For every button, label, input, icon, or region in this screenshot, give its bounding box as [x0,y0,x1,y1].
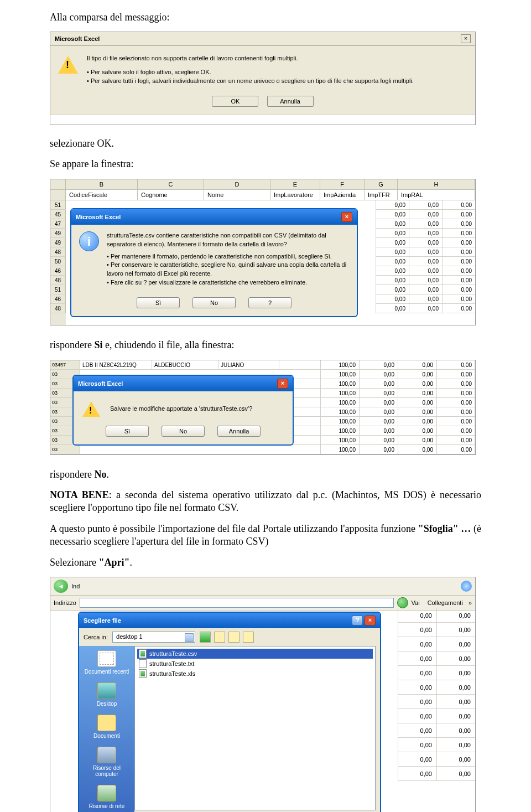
file-item-csv[interactable]: strutturaTeste.csv [137,649,373,659]
search-in-label: Cerca in: [84,634,108,640]
para-selezionare-apri: Selezionare "Apri". [50,556,481,569]
para-a-questo-punto: A questo punto è possibile l'importazion… [50,523,481,549]
close-icon[interactable]: × [277,379,288,389]
para-se-appare: Se appare la finestra: [50,158,481,170]
go-label: Vai [412,599,420,606]
nav-back-icon[interactable] [200,632,211,643]
dialog2-line1: strutturaTeste.csv contiene caratteristi… [107,231,349,249]
sidebar-desktop[interactable]: Desktop [81,681,132,708]
links-label: Collegamenti [428,599,463,606]
ok-button[interactable]: OK [212,96,258,107]
view-menu-icon[interactable] [243,632,254,643]
back-icon[interactable]: ◄ [54,580,68,593]
address-field[interactable] [80,598,394,608]
address-label: Indirizzo [54,599,76,606]
folder-up-icon[interactable] [214,632,225,643]
close-icon[interactable]: × [341,212,352,222]
yes-button[interactable]: Sì [137,297,180,308]
file-item-txt[interactable]: strutturaTeste.txt [137,659,373,669]
sidebar-documents[interactable]: Documenti [81,713,132,740]
dialog2-bul1: • Per mantenere il formato, perdendo le … [107,252,349,261]
filechooser-filelist[interactable]: strutturaTeste.csv strutturaTeste.txt st… [134,646,376,810]
info-icon: i [79,231,99,251]
excel-info-dialog-2: B C D E F G H CodiceFiscale Cognome Nome… [50,179,476,326]
msn-icon[interactable] [461,581,472,592]
para-risp-no: rispondere No. [50,468,481,481]
file-chooser-dialog: Scegliere file ? × Cerca in: desktop 1 D… [78,612,381,812]
dialog1-bullet2: • Per salvare tutti i fogli, salvarli in… [87,76,467,86]
go-icon[interactable] [397,597,408,608]
file-icon [139,669,147,678]
yes-button[interactable]: Sì [106,426,149,437]
file-chooser-screenshot: ◄ Ind Indirizzo Vai Collegamenti » Scegl… [50,577,476,812]
filechooser-title: Scegliere file [84,617,121,624]
excel-csv-compat-dialog: Microsoft Excel × i strutturaTeste.csv c… [70,208,358,318]
dialog1-title: Microsoft Excel [55,35,100,42]
close-icon[interactable]: × [365,616,376,625]
back-label: Ind [71,583,80,589]
dialog3-title: Microsoft Excel [78,380,123,387]
sidebar-recent[interactable]: Documenti recenti [81,649,132,676]
sidebar-network[interactable]: Risorse di rete [81,784,132,810]
cancel-button[interactable]: Annulla [267,96,314,107]
sheet4-right-values: 0,000,00 0,000,00 0,000,00 0,000,00 0,00… [398,608,475,812]
cancel-button[interactable]: Annulla [217,426,261,437]
dialog3-msg: Salvare le modifiche apportate a 'strutt… [110,405,284,413]
excel-save-changes-dialog-3: 03457 LDB II NZ8C42L219Q ALDEBUCCIO JULI… [50,360,476,455]
new-folder-icon[interactable] [228,632,240,643]
dialog2-bul2: • Per conservare le caratteristiche, sce… [107,261,349,278]
para-risp-si: rispondere Si e, chiudendo il file, alla… [50,339,481,351]
excel-warning-dialog-1: Microsoft Excel × Il tipo di file selezi… [50,32,476,125]
dialog2-title: Microsoft Excel [76,214,121,220]
warning-icon [58,54,78,74]
file-icon [139,659,147,668]
file-item-xls[interactable]: strutturaTeste.xls [137,669,373,679]
close-icon[interactable]: × [461,34,471,43]
sheet2-rownums: 5145 4749 4948 5046 4851 4648 [50,200,66,325]
save-changes-dialog: Microsoft Excel × Salvare le modifiche a… [72,375,294,446]
sheet2-col-names: CodiceFiscale Cognome Nome ImpLavoratore… [50,190,475,200]
no-button[interactable]: No [192,297,236,308]
para-sel-ok: selezionare OK. [50,137,481,150]
help-button[interactable]: ? [248,297,291,308]
file-icon [139,649,147,658]
filechooser-sidebar: Documenti recenti Desktop Documenti Riso… [79,646,134,812]
sheet2-col-letters: B C D E F G H [50,179,475,190]
para-nota-bene: NOTA BENE: a seconda del sistema operati… [50,489,481,515]
sheet2-right-values: 0,000,000,00 0,000,000,00 0,000,000,00 0… [376,200,475,325]
dialog1-bullet1: • Per salvare solo il foglio attivo, sce… [87,68,467,77]
para-intro: Alla comparsa del messaggio: [50,11,481,24]
sheet3-right-values: 100,000,000,000,00 100,000,000,000,00 10… [320,360,475,454]
warning-icon [82,401,100,417]
dialog2-bul3: • Fare clic su ? per visualizzare le car… [107,278,349,287]
folder-combo[interactable]: desktop 1 [112,632,195,643]
sidebar-computer[interactable]: Risorse del computer [81,746,132,778]
dialog1-msg-line1: Il tipo di file selezionato non supporta… [87,54,467,63]
help-icon[interactable]: ? [352,616,363,625]
no-button[interactable]: No [162,426,205,437]
